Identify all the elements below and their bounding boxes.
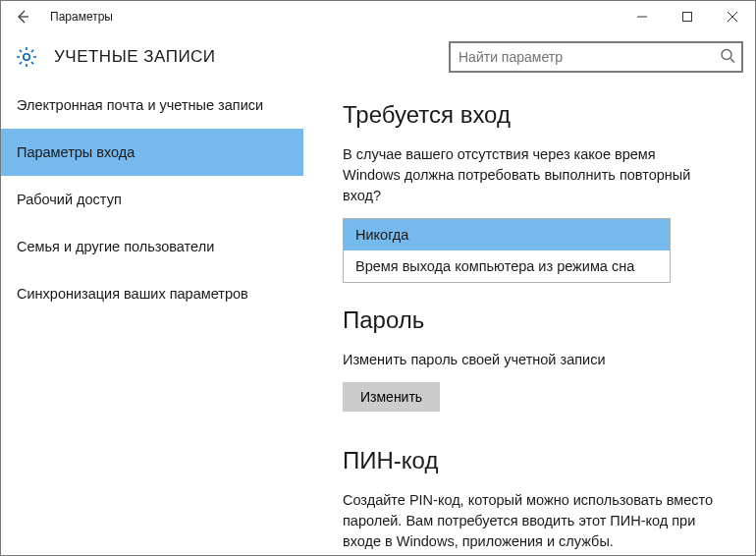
pin-description: Создайте PIN-код, который можно использо… <box>343 490 716 552</box>
sidebar-item-label: Рабочий доступ <box>17 192 122 207</box>
sidebar-item-label: Семья и другие пользователи <box>17 239 214 254</box>
sidebar: Электронная почта и учетные записи Парам… <box>1 82 303 555</box>
search-input[interactable] <box>449 41 743 73</box>
titlebar: Параметры <box>1 1 755 32</box>
window-controls <box>620 1 755 32</box>
body: Электронная почта и учетные записи Парам… <box>1 82 755 555</box>
close-button[interactable] <box>710 1 755 32</box>
arrow-left-icon <box>15 9 30 25</box>
maximize-icon <box>682 12 692 22</box>
sidebar-item-signin-options[interactable]: Параметры входа <box>1 129 303 176</box>
minimize-button[interactable] <box>620 1 665 32</box>
password-description: Изменить пароль своей учетной записи <box>343 350 716 370</box>
change-password-button[interactable]: Изменить <box>343 382 440 412</box>
sidebar-item-label: Электронная почта и учетные записи <box>17 97 263 113</box>
dropdown-option-label: Время выхода компьютера из режима сна <box>355 258 634 274</box>
header: УЧЕТНЫЕ ЗАПИСИ <box>1 32 755 82</box>
search-wrap <box>449 41 743 73</box>
close-icon <box>728 12 737 22</box>
signin-heading: Требуется вход <box>343 101 731 129</box>
sidebar-item-label: Синхронизация ваших параметров <box>17 286 248 302</box>
signin-timeout-dropdown[interactable]: Никогда Время выхода компьютера из режим… <box>343 218 671 283</box>
back-button[interactable] <box>1 1 44 32</box>
svg-rect-2 <box>683 13 692 22</box>
settings-window: Параметры УЧЕТНЫЕ ЗАПИСИ <box>0 0 756 556</box>
section-title: УЧЕТНЫЕ ЗАПИСИ <box>54 47 216 67</box>
sidebar-item-email-accounts[interactable]: Электронная почта и учетные записи <box>1 82 303 129</box>
content: Требуется вход В случае вашего отсутстви… <box>303 82 755 555</box>
pin-heading: ПИН-код <box>343 447 731 474</box>
dropdown-option-on-wake[interactable]: Время выхода компьютера из режима сна <box>344 250 670 282</box>
maximize-button[interactable] <box>665 1 710 32</box>
sidebar-item-family-users[interactable]: Семья и другие пользователи <box>1 223 303 270</box>
dropdown-option-never[interactable]: Никогда <box>344 219 670 250</box>
dropdown-option-label: Никогда <box>355 227 408 243</box>
svg-point-5 <box>24 54 29 60</box>
signin-description: В случае вашего отсутствия через какое в… <box>343 144 716 206</box>
window-title: Параметры <box>44 10 113 24</box>
sidebar-item-work-access[interactable]: Рабочий доступ <box>1 176 303 223</box>
password-heading: Пароль <box>343 306 731 334</box>
minimize-icon <box>637 12 647 22</box>
sidebar-item-label: Параметры входа <box>17 144 135 160</box>
sidebar-item-sync-settings[interactable]: Синхронизация ваших параметров <box>1 270 303 317</box>
settings-gear-icon <box>13 43 40 71</box>
